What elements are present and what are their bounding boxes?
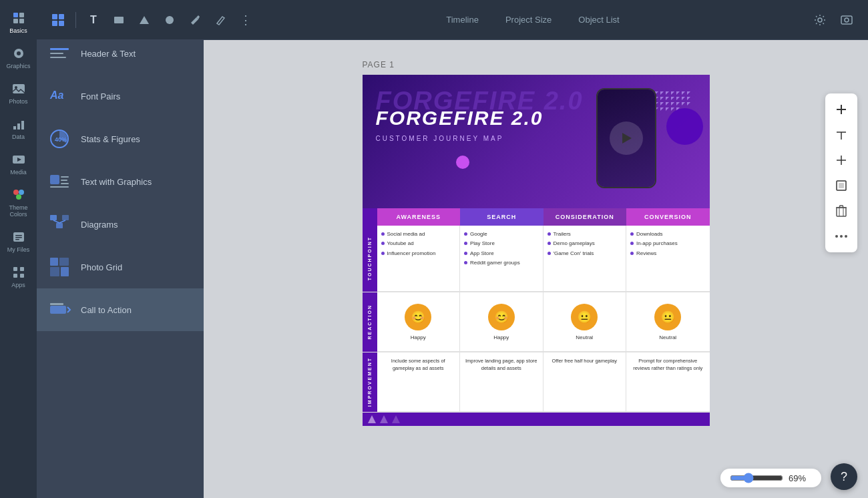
svg-marker-66 [660,97,664,100]
large-purple-circle [666,108,703,145]
emoji-neutral-2: 😐 [654,304,681,330]
help-button[interactable]: ? [831,463,857,490]
sidebar-item-photos[interactable]: Photos [0,76,37,110]
tool-pencil[interactable] [210,9,231,31]
svg-rect-96 [839,183,844,188]
svg-rect-2 [13,19,18,23]
right-toolbar [825,93,857,252]
sidebar-item-graphics[interactable]: Graphics [0,41,37,75]
th-consideration: CONSIDERATION [544,208,627,226]
cell-item: Google [464,231,539,238]
reaction-consideration: 😐 Neutral [544,292,627,352]
svg-rect-35 [50,215,57,220]
svg-rect-10 [21,121,24,130]
tool-rectangle[interactable] [108,9,130,31]
reaction-text-1: Happy [411,334,426,340]
block-item-photo-grid[interactable]: Photo Grid [37,246,204,288]
toolbar-tools: T ⋮ [47,9,256,31]
svg-rect-31 [61,176,69,178]
block-item-text-with-graphics[interactable]: Text with Graphics [37,160,204,203]
svg-rect-25 [50,53,63,54]
cell-item: Downloads [630,231,706,238]
cell-dot [548,232,551,236]
sidebar-label-graphics: Graphics [6,63,30,69]
svg-rect-1 [19,13,24,17]
svg-marker-70 [682,97,685,100]
cell-item: In-app purchases [630,240,706,247]
svg-rect-32 [61,180,67,181]
align-center-button[interactable] [829,148,853,172]
touchpoint-conversion: Downloads In-app purchases Reviews [626,226,710,292]
cell-dot [381,232,385,236]
play-triangle [622,133,632,144]
block-item-call-to-action[interactable]: Call to Action [37,288,204,331]
svg-rect-20 [13,267,17,271]
sidebar-label-apps: Apps [11,282,25,288]
zoom-slider[interactable] [730,473,783,483]
journey-map-table: AWARENESS SEARCH CONSIDERATION CONVERSIO… [363,208,710,413]
nav-timeline[interactable]: Timeline [441,12,484,27]
tool-triangle[interactable] [134,9,155,31]
canvas-header-text: FORGEFIRE 2.0 FORGEFIRE 2.0 CUSTOMER JOU… [376,88,590,169]
tool-text[interactable]: T [83,9,104,31]
tool-pen[interactable] [184,9,206,31]
align-top-button[interactable] [829,123,853,147]
bottom-bar [363,413,710,426]
blocks-list: Header & Text Aa Font Pairs 40% Stats & … [37,28,204,498]
sidebar-item-apps[interactable]: Apps [0,260,37,294]
nav-object-list[interactable]: Object List [573,12,624,27]
page-label: PAGE 1 [363,60,710,69]
design-canvas[interactable]: FORGEFIRE 2.0 FORGEFIRE 2.0 CUSTOMER JOU… [363,75,710,426]
toolbar-right [809,9,857,31]
svg-rect-30 [50,175,59,184]
sidebar-item-my-files[interactable]: My Files [0,224,37,258]
svg-line-39 [59,220,65,223]
svg-rect-26 [50,57,66,58]
row-label-touchpoint: TOUCHPOINT [363,226,377,292]
block-label-diagrams: Diagrams [81,220,118,230]
tool-circle[interactable] [159,9,180,31]
block-item-stats-figures[interactable]: 40% Stats & Figures [37,117,204,160]
svg-point-55 [845,18,849,22]
svg-rect-8 [13,126,16,130]
cell-dot [548,242,551,245]
reaction-row: REACTION 😊 Happy 😊 Happy 😐 Neutral [363,292,710,352]
tool-logo[interactable] [47,9,69,31]
settings-icon[interactable] [809,9,831,31]
svg-line-38 [53,220,59,223]
svg-marker-67 [666,97,669,100]
subtitle-text: CUSTOMER JOURNEY MAP [376,135,590,142]
svg-text:40%: 40% [55,136,67,143]
add-button[interactable] [829,97,853,121]
svg-marker-63 [687,91,690,95]
svg-marker-84 [671,107,674,111]
svg-marker-86 [368,415,376,423]
cell-dot [630,252,634,255]
cell-item: Youtube ad [381,240,456,247]
svg-rect-34 [50,186,69,188]
canvas-area[interactable]: PAGE 1 FORGEFIRE 2.0 FORGEFIRE 2.0 CUSTO… [204,40,868,498]
svg-marker-59 [666,91,669,95]
tool-more[interactable]: ⋮ [235,9,256,31]
table-header-row: AWARENESS SEARCH CONSIDERATION CONVERSIO… [363,208,710,226]
sidebar-item-data[interactable]: Data [0,111,37,146]
sidebar-item-basics[interactable]: Basics [0,5,37,39]
nav-project-size[interactable]: Project Size [500,12,557,27]
block-item-diagrams[interactable]: Diagrams [37,203,204,246]
delete-button[interactable] [829,199,853,223]
cell-dot [464,252,467,255]
improvement-consideration: Offer free half hour gameplay [544,352,627,412]
frame-button[interactable] [829,174,853,198]
block-label-font-pairs: Font Pairs [81,91,120,101]
header-text-icon [47,41,71,65]
more-options-button[interactable] [829,224,853,248]
svg-marker-75 [666,102,669,105]
sidebar-item-media[interactable]: Media [0,147,37,181]
cell-item: Reviews [630,250,706,257]
sidebar-item-theme-colors[interactable]: Theme Colors [0,182,37,223]
reaction-label: REACTION [367,304,372,340]
preview-icon[interactable] [836,9,857,31]
block-item-font-pairs[interactable]: Aa Font Pairs [37,75,204,117]
svg-rect-50 [114,17,124,23]
sidebar-icons-panel: Basics Graphics Photos Data Media [0,0,37,498]
